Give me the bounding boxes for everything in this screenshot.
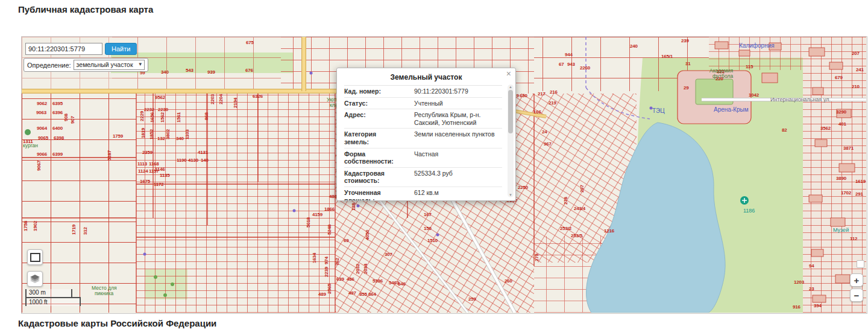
map-label: Интернациональная ул. <box>770 97 831 103</box>
parcel-number-label: 312 <box>83 227 88 235</box>
parcel-number-label: 4050 <box>365 230 370 240</box>
parcel-number-label: 864 <box>368 292 376 297</box>
parcel-number-label: 939 <box>207 70 215 75</box>
parcel-number-label: 9066 <box>37 152 47 157</box>
filter-select[interactable]: земельный участок ▼ <box>74 60 145 70</box>
parcel-number-label: 394 <box>814 304 822 308</box>
parcel-number-label: 132 <box>157 136 165 141</box>
parcel-number-label: 241 <box>856 68 864 72</box>
parcel-number-label: 166 <box>533 110 541 115</box>
parcel-number-label: 307 <box>385 252 392 257</box>
scroll-up-icon[interactable]: ▲ <box>508 85 514 89</box>
parcel-number-label: 6396 <box>52 110 63 115</box>
popup-rows: Кад. номер:90:11:220301:5779Статус:Учтен… <box>344 85 502 201</box>
parcel-number-label: 6398 <box>54 136 64 141</box>
parcel-number-label: 217 <box>538 92 546 97</box>
parcel-number-label: 278 <box>564 197 568 205</box>
parcel-number-label: 220 <box>715 77 723 81</box>
parcel-number-label: 216 <box>550 90 558 95</box>
scroll-thumb[interactable] <box>508 90 513 133</box>
popup-title: Земельный участок <box>337 68 515 85</box>
search-button[interactable]: Найти <box>105 43 137 55</box>
popup-row: Форма собственности:Частная <box>344 148 502 168</box>
search-bar: Найти <box>25 43 137 55</box>
map-control-button[interactable] <box>857 260 864 268</box>
popup-row: Статус:Учтенный <box>344 98 502 110</box>
parcel-number-label: 5463 <box>389 281 399 286</box>
parcel-number-label: 1311 <box>23 139 33 144</box>
parcel-number-label: 679 <box>835 75 843 80</box>
parcel-number-label: 630 <box>520 94 527 98</box>
parcel-number-label: 2204 <box>219 94 224 104</box>
parcel-number-label: 1702 <box>841 191 851 196</box>
close-icon[interactable]: × <box>506 69 511 78</box>
parcel-number-label: 1852 <box>149 129 154 139</box>
parcel-number-label: 1819 <box>141 128 146 138</box>
popup-row-value: 525334.3 руб <box>414 170 502 185</box>
parcel-number-label: 1866 <box>324 207 335 212</box>
parcel-number-label: 868 <box>204 112 209 120</box>
map-label: Академия <box>709 68 733 74</box>
popup-row-label: Кадастровая стоимость: <box>344 170 397 185</box>
parcel-number-label: 2359 <box>142 150 153 155</box>
map-label: ТЭЦ <box>652 108 665 114</box>
layers-button[interactable] <box>27 271 43 287</box>
parcel-number-label: 1190 <box>177 158 187 163</box>
parcel-number-label: 675 <box>246 40 254 45</box>
parcel-number-label: 1719 <box>72 225 77 235</box>
parcel-number-label: 82 <box>782 128 787 133</box>
parcel-number-label: 916 <box>793 305 800 310</box>
parcel-number-label: 253/5 <box>571 234 582 238</box>
parcel-number-label: 3802 <box>166 129 171 139</box>
parcel-number-label: 1619 <box>855 179 866 184</box>
parcel-number-label: 1759 <box>113 134 123 139</box>
parcel-number-label: 260 <box>505 279 512 284</box>
filter-label: Определение: <box>27 62 71 69</box>
parcel-number-label: 1203 <box>794 280 804 285</box>
filter-select-value: земельный участок <box>77 61 133 68</box>
map-container[interactable]: 6756769395433405921182116956263262232223… <box>21 36 867 314</box>
parcel-number-label: 1510 <box>427 238 438 243</box>
parcel-number-label: 167 <box>424 212 432 217</box>
map-label: Музей <box>833 228 849 233</box>
parcel-number-label: 2565 <box>327 284 332 294</box>
popup-row: Кадастровая стоимость:525334.3 руб <box>344 168 502 187</box>
search-input[interactable] <box>25 43 102 55</box>
parcel-number-label: 401 <box>838 122 846 127</box>
parcel-number-label: 6395 <box>52 101 63 106</box>
parcel-number-label: 2194 <box>233 98 238 108</box>
zoom-in-button[interactable]: + <box>850 273 863 287</box>
parcel-number-label: 243/4 <box>574 206 585 211</box>
parcel-number-label: 239 <box>681 39 689 43</box>
popup-row: Уточненная площадь:612 кв.м <box>344 187 502 201</box>
parcel-number-label: 207 <box>852 51 860 56</box>
parcel-number-label: 3290 <box>836 110 846 115</box>
zoom-out-button[interactable]: − <box>850 289 863 302</box>
parcel-number-label: 4131 <box>198 150 208 155</box>
parcel-number-label: 5396 <box>373 279 383 284</box>
parcel-number-label: 5018 <box>306 217 311 228</box>
parcel-number-label: 219 <box>549 101 556 106</box>
scale-imperial: 1000 ft <box>25 297 81 306</box>
extent-tool-button[interactable] <box>27 249 43 265</box>
parcel-number-label: 1103 <box>185 129 190 139</box>
parcel-number-label: 9067 <box>37 161 42 171</box>
map-label: Калифорния <box>739 43 775 49</box>
popup-scrollbar[interactable]: ▲ ▼ <box>508 85 514 197</box>
parcel-number-label: 2250 <box>518 185 528 190</box>
popup-row-label: Категория земель: <box>344 130 397 145</box>
scroll-down-icon[interactable]: ▼ <box>508 193 514 197</box>
filter-bar: Определение: земельный участок ▼ <box>24 58 148 72</box>
parcel-number-label: 31 <box>685 62 691 66</box>
parcel-number-label: 340 <box>176 136 184 141</box>
parcel-number-label: 907 <box>71 116 75 124</box>
parcel-number-label: 1124 <box>138 169 148 174</box>
parcel-number-label: 2203 <box>210 94 215 104</box>
parcel-number-label: 112 <box>850 237 857 241</box>
parcel-number-label: 29 <box>684 86 689 91</box>
parcel-number-label: 1561 <box>177 112 181 123</box>
parcel-number-label: 1042 <box>749 93 759 98</box>
parcel-number-label: 846 <box>398 282 406 287</box>
parcel-number-label: 943 <box>567 62 575 67</box>
parcel-number-label: 3562 <box>820 126 831 131</box>
